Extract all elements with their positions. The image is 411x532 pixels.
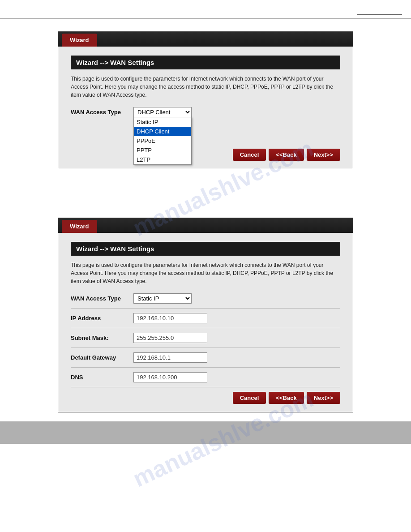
- wizard-content-2: Wizard --> WAN Settings This page is use…: [58, 233, 353, 412]
- wan-access-row-1: WAN Access Type Static IP DHCP Client PP…: [71, 107, 340, 117]
- footer-bar: [0, 421, 411, 444]
- description-2: This page is used to configure the param…: [71, 261, 340, 285]
- wan-field-2[interactable]: Static IP DHCP Client PPPoE PPTP L2TP: [133, 293, 340, 304]
- default-gateway-row: Default Gateway: [71, 352, 340, 363]
- dns-field[interactable]: [133, 372, 340, 382]
- subnet-mask-label: Subnet Mask:: [71, 333, 133, 341]
- divider-1: [71, 328, 340, 328]
- default-gateway-label: Default Gateway: [71, 352, 133, 361]
- section-title-2: Wizard --> WAN Settings: [71, 242, 340, 256]
- ip-address-label: IP Address: [71, 313, 133, 322]
- page-wrapper: _______________ Wizard Wizard --> WAN Se…: [0, 0, 411, 532]
- tab-bar-1: Wizard: [58, 32, 353, 47]
- section-title-1: Wizard --> WAN Settings: [71, 56, 340, 69]
- back-button-2[interactable]: <<Back: [269, 392, 304, 404]
- dns-input[interactable]: [133, 372, 207, 382]
- wizard-content-1: Wizard --> WAN Settings This page is use…: [58, 47, 353, 169]
- divider-3: [71, 367, 340, 368]
- divider-2: [71, 348, 340, 348]
- dns-label: DNS: [71, 372, 133, 381]
- cancel-button-1[interactable]: Cancel: [233, 149, 266, 161]
- dropdown-container-1[interactable]: Static IP DHCP Client PPPoE PPTP L2TP St…: [133, 107, 192, 117]
- subnet-mask-input[interactable]: [133, 333, 207, 343]
- wan-label-1: WAN Access Type: [71, 107, 133, 116]
- button-bar-1: Cancel <<Back Next>>: [71, 149, 340, 161]
- dropdown-item-pptp[interactable]: PPTP: [134, 146, 191, 155]
- top-link[interactable]: _______________: [357, 9, 402, 15]
- spacer: [0, 169, 411, 205]
- button-bar-2: Cancel <<Back Next>>: [71, 392, 340, 404]
- tab-bar-2: Wizard: [58, 218, 353, 233]
- dropdown-item-dhcp[interactable]: DHCP Client: [134, 127, 191, 136]
- ip-address-input[interactable]: [133, 313, 207, 323]
- subnet-mask-row: Subnet Mask:: [71, 333, 340, 343]
- back-button-1[interactable]: <<Back: [269, 149, 304, 161]
- wizard-panel-2: Wizard Wizard --> WAN Settings This page…: [58, 218, 353, 412]
- ip-address-field[interactable]: [133, 313, 340, 323]
- default-gateway-field[interactable]: [133, 352, 340, 363]
- next-button-2[interactable]: Next>>: [307, 392, 340, 404]
- wizard-tab-2[interactable]: Wizard: [62, 220, 97, 233]
- divider-4: [71, 387, 340, 387]
- wan-select-1[interactable]: Static IP DHCP Client PPPoE PPTP L2TP: [133, 107, 192, 117]
- dns-row: DNS: [71, 372, 340, 382]
- wan-label-2: WAN Access Type: [71, 293, 133, 302]
- dropdown-item-pppoe[interactable]: PPPoE: [134, 136, 191, 146]
- ip-address-row: IP Address: [71, 313, 340, 323]
- dropdown-item-static[interactable]: Static IP: [134, 117, 191, 127]
- dropdown-item-l2tp[interactable]: L2TP: [134, 155, 191, 164]
- top-link-area: _______________: [0, 0, 411, 19]
- next-button-1[interactable]: Next>>: [307, 149, 340, 161]
- default-gateway-input[interactable]: [133, 352, 207, 363]
- wan-select-2[interactable]: Static IP DHCP Client PPPoE PPTP L2TP: [133, 293, 192, 304]
- dropdown-list-1: Static IP DHCP Client PPPoE PPTP L2TP: [133, 117, 192, 165]
- wizard-tab-1[interactable]: Wizard: [62, 34, 97, 47]
- description-1: This page is used to configure the param…: [71, 75, 340, 99]
- wan-field-1: Static IP DHCP Client PPPoE PPTP L2TP St…: [133, 107, 340, 117]
- subnet-mask-field[interactable]: [133, 333, 340, 343]
- wan-access-row-2: WAN Access Type Static IP DHCP Client PP…: [71, 293, 340, 304]
- wizard-panel-1: Wizard Wizard --> WAN Settings This page…: [58, 31, 353, 169]
- cancel-button-2[interactable]: Cancel: [233, 392, 266, 404]
- divider-0: [71, 308, 340, 309]
